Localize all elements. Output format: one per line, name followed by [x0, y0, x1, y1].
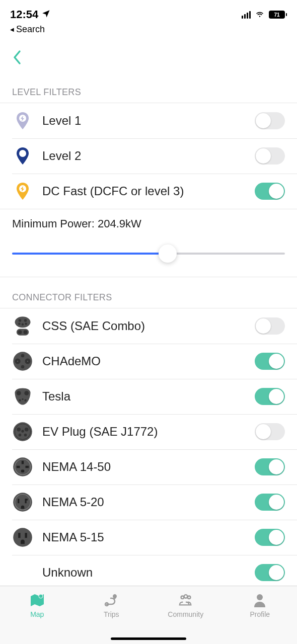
home-indicator: [111, 637, 186, 640]
status-bar: 12:54 71: [0, 0, 297, 24]
connector-row-5: NEMA 5-20: [0, 485, 297, 520]
connector-row-6: NEMA 5-15: [0, 520, 297, 555]
svg-rect-34: [17, 466, 20, 468]
level-row-1: Level 2: [0, 138, 297, 174]
connector-toggle-2[interactable]: [255, 388, 285, 405]
svg-point-21: [19, 399, 21, 401]
svg-point-11: [24, 330, 28, 334]
svg-rect-41: [18, 533, 20, 538]
tab-label: Community: [168, 610, 203, 618]
svg-point-8: [25, 323, 27, 325]
row-label: EV Plug (SAE J1772): [42, 425, 246, 439]
connector-row-0: CSS (SAE Combo): [0, 308, 297, 344]
level-filters-header: LEVEL FILTERS: [0, 72, 297, 103]
row-label: Tesla: [42, 389, 246, 404]
connector-toggle-5[interactable]: [255, 494, 285, 511]
connector-icon: [12, 386, 33, 407]
trips-icon: [103, 593, 119, 607]
status-time: 12:54: [10, 8, 38, 21]
search-back-label[interactable]: Search: [0, 24, 297, 35]
connector-row-2: Tesla: [0, 379, 297, 414]
connector-toggle-7[interactable]: [255, 564, 285, 581]
svg-point-18: [27, 361, 28, 362]
svg-point-6: [18, 323, 20, 325]
tab-label: Trips: [104, 610, 119, 618]
svg-point-26: [17, 428, 21, 432]
svg-rect-33: [22, 461, 24, 464]
svg-rect-42: [25, 533, 27, 538]
tab-trips[interactable]: Trips: [75, 593, 149, 644]
connector-row-4: NEMA 14-50: [0, 449, 297, 485]
svg-point-31: [13, 457, 32, 476]
connector-toggle-6[interactable]: [255, 529, 285, 546]
tab-label: Map: [30, 610, 44, 618]
row-label: NEMA 5-15: [42, 530, 246, 544]
chevron-back-icon: [12, 50, 22, 65]
level-toggle-0[interactable]: [255, 112, 285, 129]
connector-icon: [12, 421, 33, 442]
svg-point-10: [18, 330, 22, 334]
svg-point-19: [17, 391, 21, 395]
svg-point-28: [21, 430, 24, 433]
connector-toggle-3[interactable]: [255, 423, 285, 440]
wifi-icon: [255, 9, 265, 21]
svg-point-46: [188, 596, 191, 599]
level-pin-icon: [12, 181, 33, 202]
connector-icon: [12, 315, 33, 337]
level-row-2: DC Fast (DCFC or level 3): [0, 174, 297, 209]
svg-point-45: [181, 596, 184, 599]
tab-bar: Map Trips Community Profile: [0, 586, 297, 644]
row-label: Level 1: [42, 114, 246, 128]
map-icon: [29, 593, 45, 607]
minimum-power-label: Minimum Power: 204.9kW: [12, 217, 285, 230]
svg-point-14: [21, 365, 25, 369]
minimum-power-block: Minimum Power: 204.9kW: [0, 209, 297, 277]
svg-point-22: [24, 399, 26, 401]
svg-point-17: [17, 361, 18, 362]
connector-icon: [12, 527, 33, 548]
connector-icon: [12, 456, 33, 477]
connector-toggle-4[interactable]: [255, 458, 285, 475]
status-left: 12:54: [10, 8, 50, 21]
community-icon: [178, 593, 194, 607]
profile-icon: [252, 593, 268, 607]
level-pin-icon: [12, 110, 33, 131]
status-right: 71: [242, 9, 287, 21]
row-label: NEMA 14-50: [42, 460, 246, 474]
connector-row-3: EV Plug (SAE J1772): [0, 414, 297, 449]
minimum-power-slider[interactable]: [12, 245, 285, 263]
connector-toggle-0[interactable]: [255, 317, 285, 335]
row-label: Level 2: [42, 149, 246, 163]
connector-icon: [12, 492, 33, 513]
svg-point-1: [19, 150, 26, 157]
connector-icon: [12, 351, 33, 372]
level-toggle-2[interactable]: [255, 183, 285, 200]
tab-map[interactable]: Map: [0, 593, 75, 644]
svg-rect-35: [26, 466, 29, 468]
location-icon: [41, 9, 50, 21]
connector-row-1: CHAdeMO: [0, 344, 297, 379]
tab-community[interactable]: Community: [148, 593, 223, 644]
svg-point-48: [257, 594, 263, 600]
svg-point-47: [184, 595, 187, 598]
svg-point-30: [24, 434, 27, 437]
back-button[interactable]: [0, 35, 297, 72]
connector-filters-header: CONNECTOR FILTERS: [0, 277, 297, 308]
svg-point-23: [22, 398, 23, 400]
slider-thumb[interactable]: [159, 245, 177, 263]
svg-point-29: [19, 434, 22, 437]
level-toggle-1[interactable]: [255, 147, 285, 165]
svg-point-20: [24, 391, 29, 395]
svg-rect-39: [18, 499, 19, 503]
row-label: DC Fast (DCFC or level 3): [42, 184, 246, 198]
tab-profile[interactable]: Profile: [223, 593, 298, 644]
svg-point-43: [39, 594, 43, 598]
level-pin-icon: [12, 145, 33, 167]
svg-point-27: [25, 428, 29, 432]
tab-label: Profile: [250, 610, 270, 618]
svg-point-5: [24, 319, 27, 322]
svg-rect-36: [21, 470, 25, 473]
battery-icon: 71: [269, 11, 287, 19]
svg-point-7: [22, 323, 24, 325]
connector-toggle-1[interactable]: [255, 353, 285, 370]
